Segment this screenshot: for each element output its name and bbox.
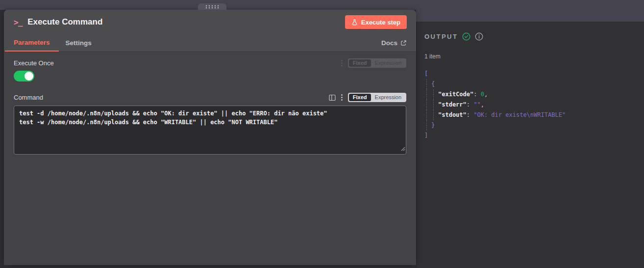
command-label: Command	[14, 94, 43, 101]
node-tabs: Parameters Settings Docs	[14, 34, 407, 52]
success-check-icon	[462, 32, 471, 41]
tab-parameters[interactable]: Parameters	[5, 34, 59, 52]
command-param: Command Fixed Expression	[14, 93, 406, 102]
terminal-icon: >_	[14, 18, 22, 27]
items-count: 1 item	[424, 53, 636, 60]
execute-once-label: Execute Once	[14, 59, 54, 67]
json-line: "exitCode": 0,	[424, 89, 636, 100]
node-header: >_ Execute Command Execute step Paramete…	[4, 10, 416, 52]
split-columns-icon[interactable]	[329, 94, 336, 101]
execute-once-fixed-expression-toggle[interactable]: Fixed Expression	[348, 58, 406, 68]
tab-settings[interactable]: Settings	[59, 34, 99, 52]
json-line: "stderr": "",	[424, 100, 636, 110]
info-icon[interactable]	[475, 32, 483, 41]
drag-dots-icon	[206, 5, 219, 8]
execute-once-param: Execute Once Fixed Expression	[14, 58, 406, 68]
parameters-body: Execute Once Fixed Expression Command	[4, 52, 416, 265]
expression-option[interactable]: Expression	[371, 94, 405, 101]
json-line: "stdout": "OK: dir existe\nWRITABLE"	[424, 110, 636, 120]
external-link-icon	[400, 40, 407, 46]
fixed-option[interactable]: Fixed	[349, 59, 371, 67]
canvas-overlay-right	[416, 0, 644, 22]
node-title: Execute Command	[27, 17, 102, 27]
ndv-modal: >_ Execute Command Execute step Paramete…	[0, 0, 644, 268]
json-line: }	[424, 120, 636, 131]
output-panel: OUTPUT 1 item [{"exitCode": 0,"stderr": …	[416, 22, 644, 268]
flask-icon	[351, 19, 358, 26]
json-line: [	[424, 69, 636, 79]
json-line: {	[424, 79, 636, 89]
panel-drag-handle[interactable]	[198, 3, 226, 10]
execute-once-toggle[interactable]	[14, 71, 34, 81]
docs-link[interactable]: Docs	[381, 34, 407, 52]
fixed-option[interactable]: Fixed	[349, 94, 371, 101]
output-header: OUTPUT	[424, 32, 636, 41]
json-line: ]	[424, 131, 636, 141]
node-settings-panel: >_ Execute Command Execute step Paramete…	[4, 10, 416, 265]
command-fixed-expression-toggle[interactable]: Fixed Expression	[348, 93, 406, 102]
expression-option[interactable]: Expression	[371, 59, 405, 67]
command-options-icon[interactable]	[340, 93, 344, 102]
command-input[interactable]	[14, 106, 406, 155]
output-title: OUTPUT	[424, 33, 458, 40]
output-json-tree: [{"exitCode": 0,"stderr": "","stdout": "…	[424, 69, 636, 141]
execute-once-options-icon[interactable]	[340, 59, 344, 67]
execute-step-button[interactable]: Execute step	[345, 15, 407, 29]
